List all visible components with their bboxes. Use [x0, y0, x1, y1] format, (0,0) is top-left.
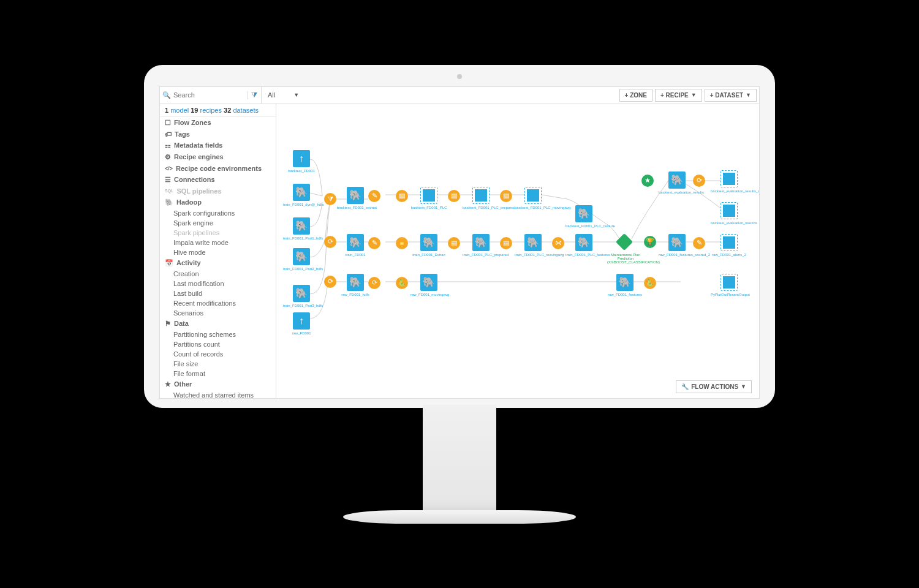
model-label[interactable]: model [170, 107, 189, 114]
prepare-recipe[interactable]: ✎ [693, 237, 705, 249]
dataset-node[interactable]: 🐘 [293, 217, 310, 235]
flow-canvas[interactable]: ↑ backtest_FD001 🐘 train_FD001_dyn@_hdfs… [276, 104, 759, 398]
model-train-recipe[interactable] [616, 233, 633, 250]
filter-all-dropdown[interactable]: All ▼ [262, 91, 305, 99]
sidebar-item-impala[interactable]: Impala write mode [160, 238, 276, 247]
dataset-node[interactable]: 🐘 [420, 274, 437, 291]
prepare-recipe[interactable]: ✎ [368, 237, 380, 249]
sync-recipe[interactable]: ⟳ [368, 277, 380, 289]
join-recipe[interactable]: ⋈ [552, 237, 564, 249]
datasets-label[interactable]: datasets [233, 107, 259, 114]
node-label: raw_FD001_alerts_2 [711, 253, 747, 257]
dataset-node[interactable] [720, 170, 738, 187]
dataset-node[interactable] [524, 187, 542, 204]
calendar-icon: 📅 [165, 259, 173, 267]
sidebar-item-fileformat[interactable]: File format [160, 369, 276, 379]
sidebar-item-connections[interactable]: ☰Connections [160, 174, 276, 186]
sync-recipe[interactable]: ⟳ [324, 276, 336, 288]
header-label: Activity [176, 259, 201, 266]
window-recipe[interactable]: ▤ [500, 237, 512, 249]
sidebar-item-lastmod[interactable]: Last modification [160, 279, 276, 288]
sidebar-item-hive[interactable]: Hive mode [160, 247, 276, 257]
sidebar-item-partcount[interactable]: Partitions count [160, 339, 276, 349]
sidebar-item-scenarios[interactable]: Scenarios [160, 308, 276, 318]
sql-icon: SQL [165, 189, 173, 193]
node-label: train_FD001_dyn@_hdfs [283, 203, 320, 206]
add-dataset-button[interactable]: + DATASET▼ [705, 89, 757, 102]
dataset-node[interactable]: 🐘 [293, 248, 310, 265]
sidebar-item-count-rec[interactable]: Count of records [160, 349, 276, 359]
sidebar-item-watched[interactable]: Watched and starred items [160, 390, 276, 398]
sidebar-item-recipe-engines[interactable]: ⚙Recipe engines [160, 151, 276, 163]
dataset-node[interactable]: 🐘 [293, 184, 310, 201]
evaluate-recipe[interactable]: ★ [641, 175, 654, 187]
sidebar-item-lastbuild[interactable]: Last build [160, 288, 276, 298]
dataset-node[interactable]: 🐘 [616, 274, 633, 291]
dataset-node[interactable]: 🐘 [347, 234, 364, 251]
node-label: backtest_FD001 [283, 169, 320, 173]
dataset-node[interactable]: 🐘 [347, 187, 364, 204]
sidebar-item-spark-pipelines[interactable]: Spark pipelines [160, 228, 276, 238]
recipes-label[interactable]: recipes [200, 107, 222, 114]
dataset-node[interactable]: 🐘 [347, 274, 364, 291]
window-recipe[interactable]: ▤ [500, 190, 512, 202]
sidebar-item-partschemes[interactable]: Partitioning schemes [160, 330, 276, 339]
node-label: raw_FD001_hdfs [337, 293, 374, 296]
prepare-recipe[interactable]: ✎ [368, 190, 380, 202]
dataset-node[interactable] [720, 234, 738, 251]
sidebar-item-metadata[interactable]: ⚏Metadata fields [160, 140, 276, 151]
python-recipe[interactable]: 🐍 [644, 277, 656, 289]
sidebar-label: Flow Zones [174, 119, 211, 126]
sidebar-item-sql-pipelines[interactable]: SQLSQL pipelines [160, 186, 276, 197]
filter-recipe[interactable]: ⧩ [324, 193, 336, 205]
python-recipe[interactable]: 🐍 [396, 277, 408, 289]
sidebar-item-flowzones[interactable]: ☐Flow Zones [160, 117, 276, 129]
dataset-node[interactable] [720, 274, 738, 291]
dataset-node[interactable] [720, 202, 738, 219]
sidebar-item-spark-conf[interactable]: Spark configurations [160, 208, 276, 218]
group-recipe[interactable]: ≡ [396, 237, 408, 249]
camera-dot [457, 74, 462, 79]
recipe-count: 19 [191, 107, 198, 114]
sidebar-item-recentmod[interactable]: Recent modifications [160, 298, 276, 308]
sidebar-item-code-env[interactable]: </>Recipe code environments [160, 163, 276, 174]
sidebar-header-activity: 📅Activity [160, 257, 276, 269]
dataset-node[interactable]: 🐘 [668, 234, 686, 251]
window-recipe[interactable]: ▤ [396, 190, 408, 202]
node-label: raw_FD001_features_scored_2 [659, 253, 695, 257]
sidebar-label: Recipe engines [174, 153, 224, 160]
dataset-node[interactable]: ↑ [293, 312, 310, 330]
sidebar-item-filesize[interactable]: File size [160, 359, 276, 369]
dataset-node[interactable]: 🐘 [293, 285, 310, 302]
top-toolbar: 🔍 ⧩ All ▼ + ZONE + RECIPE▼ + DATASET▼ [160, 87, 759, 104]
dataset-node[interactable]: 🐘 [575, 234, 592, 251]
dataset-node[interactable]: 🐘 [472, 234, 490, 251]
flow-actions-button[interactable]: 🔧 FLOW ACTIONS ▼ [676, 380, 752, 393]
dataset-node[interactable]: 🐘 [575, 205, 592, 222]
sidebar-item-tags[interactable]: 🏷Tags [160, 129, 276, 140]
filter-icon[interactable]: ⧩ [248, 87, 262, 104]
dataset-node[interactable]: 🐘 [668, 172, 686, 189]
node-label: backtest_FD001_PLC_feature [565, 224, 602, 228]
sidebar-label: Connections [174, 176, 215, 183]
sliders-icon: ⚏ [165, 141, 171, 149]
add-recipe-button[interactable]: + RECIPE▼ [655, 89, 702, 102]
dataset-node[interactable]: ↑ [293, 150, 310, 167]
sync-recipe[interactable]: ⟳ [324, 236, 336, 248]
sidebar-item-spark-engine[interactable]: Spark engine [160, 218, 276, 228]
dataset-node[interactable] [420, 187, 437, 204]
prepare-recipe[interactable]: ▤ [448, 190, 460, 202]
window-recipe[interactable]: ▤ [448, 237, 460, 249]
add-zone-button[interactable]: + ZONE [619, 89, 652, 102]
dataset-node[interactable] [472, 187, 490, 204]
dataset-node[interactable]: 🐘 [420, 234, 437, 251]
sync-recipe[interactable]: ⟳ [693, 175, 705, 187]
sidebar-item-creation[interactable]: Creation [160, 269, 276, 279]
search-input[interactable] [173, 91, 247, 99]
node-label: train_FD001_Part1_hdfs [283, 236, 320, 240]
dataset-node[interactable]: 🐘 [524, 234, 542, 251]
ml-model[interactable]: 🏆 [644, 236, 656, 248]
node-label: train_FD001_PLC_prepared [463, 253, 499, 257]
node-label: backtest_FD001_extract [337, 206, 374, 209]
header-label: Other [174, 380, 192, 388]
